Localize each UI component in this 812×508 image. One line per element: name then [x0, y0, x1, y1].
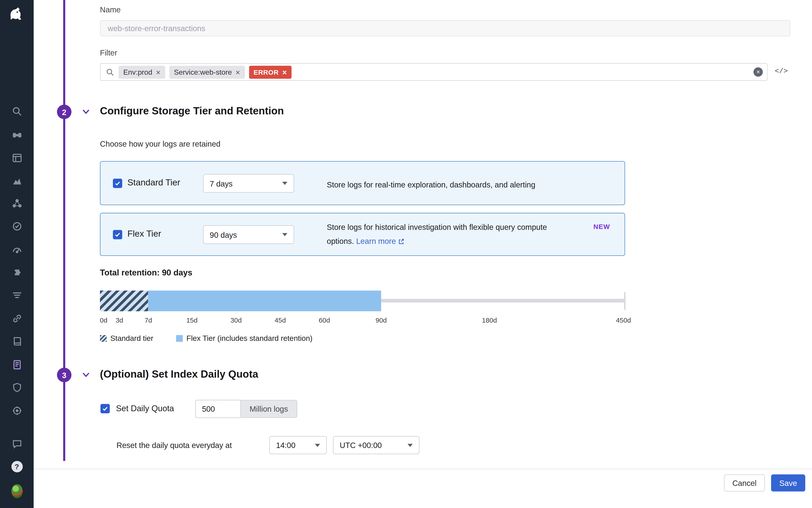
axis-tick-label: 3d — [116, 316, 123, 324]
stepper-line — [63, 0, 65, 461]
flex-swatch-icon — [176, 335, 183, 342]
axis-tick-label: 45d — [275, 316, 286, 324]
check-icon — [101, 405, 109, 412]
user-avatar[interactable] — [11, 485, 23, 497]
step-2-title: Configure Storage Tier and Retention — [100, 105, 284, 117]
datadog-logo-icon[interactable] — [6, 4, 27, 25]
axis-tick-label: 15d — [186, 316, 198, 324]
flex-tier-checkbox[interactable] — [113, 230, 122, 239]
reset-quota-label: Reset the daily quota everyday at — [117, 441, 232, 450]
cancel-button[interactable]: Cancel — [724, 474, 765, 492]
external-link-icon — [398, 238, 404, 245]
axis-tick-label: 180d — [482, 316, 497, 324]
support-chat-icon[interactable] — [11, 438, 23, 450]
rum-target-icon[interactable] — [11, 405, 23, 416]
clear-filter-button[interactable]: × — [754, 67, 763, 77]
filter-pill-error[interactable]: ERROR × — [249, 66, 291, 78]
standard-retention-value: 7 days — [210, 179, 232, 188]
legend-flex: Flex Tier (includes standard retention) — [176, 334, 313, 342]
axis-tick-label: 0d — [100, 316, 108, 324]
learn-more-link[interactable]: Learn more — [356, 237, 396, 245]
pill-label: ERROR — [254, 68, 279, 76]
axis-tick-label: 7d — [144, 316, 152, 324]
chevron-down-icon[interactable] — [81, 107, 90, 116]
legend-standard-label: Standard tier — [110, 334, 154, 342]
chart-legend: Standard tier Flex Tier (includes standa… — [100, 334, 312, 342]
remove-pill-icon[interactable]: × — [236, 68, 240, 76]
search-icon — [105, 68, 114, 77]
pill-label: Env:prod — [123, 68, 152, 76]
legend-flex-label: Flex Tier (includes standard retention) — [186, 334, 313, 342]
footer-bar: Cancel Save — [34, 469, 812, 508]
flex-tier-segment — [148, 291, 381, 311]
help-glyph: ? — [11, 461, 23, 472]
security-shield-icon[interactable] — [11, 382, 23, 393]
flex-tier-card: Flex Tier 90 days Store logs for histori… — [100, 213, 625, 256]
standard-tier-label: Standard Tier — [127, 178, 180, 188]
retention-bar — [100, 291, 626, 311]
timezone-select[interactable]: UTC +00:00 — [333, 436, 419, 454]
name-input[interactable] — [100, 20, 790, 36]
chevron-down-icon — [282, 182, 287, 185]
check-icon — [114, 180, 121, 187]
watchdog-icon[interactable] — [11, 129, 23, 140]
axis-tick-label: 30d — [230, 316, 242, 324]
standard-tier-segment — [100, 291, 148, 311]
integrations-icon[interactable] — [11, 267, 23, 278]
reference-book-icon[interactable] — [11, 336, 23, 347]
flex-retention-value: 90 days — [210, 230, 237, 239]
remove-pill-icon[interactable]: × — [156, 68, 160, 76]
daily-quota-unit: Million logs — [241, 400, 297, 418]
flex-retention-select[interactable]: 90 days — [203, 225, 294, 244]
filter-input[interactable]: Env:prod × Service:web-store × ERROR × × — [100, 63, 767, 81]
remaining-track — [381, 299, 624, 302]
axis-tick-label: 60d — [319, 316, 330, 324]
flex-tier-label: Flex Tier — [127, 229, 161, 239]
standard-tier-description: Store logs for real-time exploration, da… — [327, 178, 536, 192]
standard-tier-card: Standard Tier 7 days Store logs for real… — [100, 161, 625, 205]
filter-label: Filter — [100, 48, 117, 57]
remove-pill-icon[interactable]: × — [282, 68, 287, 76]
service-map-icon[interactable] — [11, 198, 23, 209]
index-configuration-page: ? Name Filter Env:prod × Service:web-sto… — [0, 0, 812, 508]
step-2-subtitle: Choose how your logs are retained — [100, 139, 220, 148]
axis-tick-label: 450d — [616, 316, 631, 324]
logs-icon[interactable] — [11, 359, 23, 370]
chevron-down-icon — [408, 443, 413, 447]
timezone-value: UTC +00:00 — [340, 441, 382, 450]
metrics-icon[interactable] — [11, 175, 23, 186]
standard-swatch-icon — [100, 335, 107, 342]
monitors-icon[interactable] — [11, 243, 23, 255]
daily-quota-checkbox[interactable] — [100, 404, 110, 413]
check-icon — [114, 231, 121, 238]
step-3-indicator: 3 — [57, 368, 72, 382]
axis-tick-label: 90d — [376, 316, 387, 324]
filter-pill-env[interactable]: Env:prod × — [119, 66, 165, 78]
reset-time-value: 14:00 — [276, 441, 296, 450]
help-icon[interactable]: ? — [11, 461, 23, 472]
reset-time-select[interactable]: 14:00 — [269, 436, 327, 454]
ci-link-icon[interactable] — [11, 313, 23, 324]
daily-quota-label: Set Daily Quota — [116, 404, 174, 413]
step-2-indicator: 2 — [57, 105, 72, 119]
flex-tier-description: Store logs for historical investigation … — [327, 220, 570, 248]
search-icon[interactable] — [11, 105, 23, 117]
daily-quota-group: 500 Million logs — [195, 400, 297, 418]
legend-standard: Standard tier — [100, 334, 154, 342]
chevron-down-icon[interactable] — [81, 370, 90, 380]
filter-pill-service[interactable]: Service:web-store × — [169, 66, 245, 78]
dashboards-icon[interactable] — [11, 152, 23, 164]
code-view-toggle-icon[interactable]: </> — [775, 67, 788, 75]
pipelines-icon[interactable] — [11, 289, 23, 301]
avatar-image — [11, 484, 23, 498]
new-badge: NEW — [593, 223, 610, 230]
save-button[interactable]: Save — [771, 474, 806, 492]
daily-quota-input[interactable]: 500 — [195, 400, 241, 418]
name-label: Name — [100, 5, 121, 14]
retention-chart: 0d 3d 7d 15d 30d 45d 60d 90d 180d 450d — [100, 291, 626, 328]
synthetics-icon[interactable] — [11, 221, 23, 232]
standard-tier-checkbox[interactable] — [113, 179, 122, 188]
pill-label: Service:web-store — [174, 68, 232, 76]
standard-retention-select[interactable]: 7 days — [203, 174, 294, 193]
axis-end-cap — [624, 292, 626, 310]
